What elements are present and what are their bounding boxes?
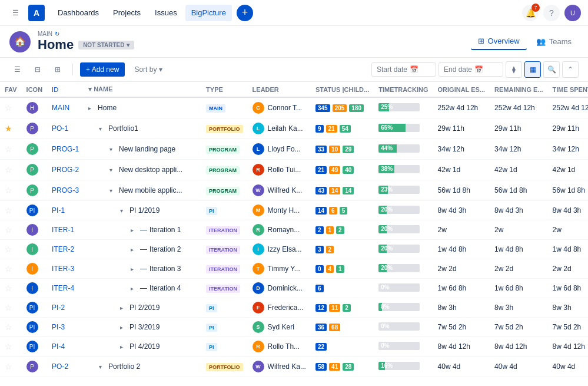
col-id[interactable]: ID [47, 82, 84, 97]
col-status[interactable]: STATUS |CHILD... [311, 82, 374, 97]
row-id[interactable]: ITER-4 [47, 279, 84, 298]
teams-view-button[interactable]: 👥 Teams [529, 34, 579, 50]
col-leader[interactable]: LEADER [248, 82, 311, 97]
nav-issues[interactable]: Issues [149, 5, 183, 21]
help-button[interactable]: ? [543, 5, 560, 21]
row-time-spent: 8w 3h [548, 298, 588, 318]
leader-avatar: W [253, 361, 264, 372]
favorite-icon[interactable]: ☆ [5, 144, 12, 154]
col-type[interactable]: TYPE [201, 82, 248, 97]
row-id[interactable]: ITER-1 [47, 220, 84, 240]
search-button[interactable]: 🔍 [543, 61, 560, 78]
favorite-icon[interactable]: ☆ [5, 206, 12, 215]
expand-icon[interactable]: ▸ [120, 344, 127, 350]
col-timetracking[interactable]: TIMETRACKING [374, 82, 433, 97]
row-type: PROGRAM [201, 139, 248, 160]
expand-icon[interactable]: ▸ [131, 285, 138, 292]
progress-bar: 44% [378, 144, 420, 153]
expand-icon[interactable]: ▸ [88, 105, 95, 111]
table-header-row: FAV ICON ID ▾ NAME TYPE LEADER STATUS |C… [0, 82, 588, 97]
col-spent[interactable]: TIME SPENT [548, 82, 588, 97]
row-id[interactable]: ITER-2 [47, 240, 84, 259]
row-id[interactable]: MAIN [47, 97, 84, 118]
row-id[interactable]: PROG-1 [47, 139, 84, 160]
row-type: MAIN [201, 97, 248, 118]
row-id[interactable]: PROG-2 [47, 160, 84, 180]
status-badge[interactable]: NOT STARTED ▾ [78, 41, 134, 50]
expand-icon[interactable]: ▾ [99, 126, 106, 132]
expand-icon[interactable]: ▾ [99, 364, 106, 370]
expand-icon[interactable]: ▾ [109, 146, 117, 153]
end-date-input[interactable]: End date 📅 [438, 62, 503, 77]
expand-icon[interactable]: ▸ [131, 227, 138, 233]
favorite-icon[interactable]: ☆ [5, 186, 12, 195]
favorite-icon[interactable]: ☆ [5, 165, 12, 174]
row-remaining-estimate: 8w 4d 3h [490, 201, 548, 220]
calendar-view-button[interactable]: ▦ [524, 61, 541, 78]
row-id[interactable]: PROG-4 [47, 377, 84, 381]
row-name-text: Portfolio 2 [108, 362, 140, 371]
favorite-icon[interactable]: ☆ [5, 225, 12, 235]
progress-bar: 0% [378, 322, 420, 331]
view-table-button[interactable]: ⊟ [30, 63, 45, 76]
row-timetracking: 38% [374, 160, 433, 180]
sort-by-button[interactable]: Sort by ▾ [129, 63, 167, 76]
expand-icon[interactable]: ▸ [131, 266, 138, 272]
expand-icon[interactable]: ▾ [109, 187, 117, 194]
nav-projects[interactable]: Projects [107, 5, 147, 21]
favorite-icon[interactable]: ☆ [5, 103, 12, 113]
row-original-estimate: 8w 4d 3h [433, 201, 490, 220]
create-button[interactable]: + [237, 5, 253, 21]
expand-icon[interactable]: ▸ [120, 324, 127, 331]
row-id[interactable]: PI-3 [47, 318, 84, 337]
expand-icon[interactable]: ▸ [120, 305, 127, 311]
page-title: Home NOT STARTED ▾ [38, 37, 134, 52]
favorite-icon[interactable]: ☆ [5, 264, 12, 273]
user-avatar[interactable]: U [564, 5, 581, 21]
status-num: 21 [326, 125, 337, 133]
favorite-icon[interactable]: ☆ [5, 342, 12, 351]
col-name[interactable]: ▾ NAME [84, 82, 201, 97]
row-id[interactable]: PO-1 [47, 118, 84, 139]
row-id[interactable]: ITER-3 [47, 259, 84, 279]
row-id[interactable]: PI-4 [47, 337, 84, 357]
expand-icon[interactable]: ▾ [109, 167, 117, 173]
favorite-icon[interactable]: ☆ [5, 283, 12, 293]
expand-icon[interactable]: ▸ [131, 246, 138, 253]
collapse-button[interactable]: ⌃ [562, 61, 579, 78]
row-id[interactable]: PROG-3 [47, 180, 84, 201]
hamburger-menu[interactable]: ☰ [7, 5, 24, 21]
row-id[interactable]: PO-2 [47, 357, 84, 377]
favorite-icon[interactable]: ☆ [5, 322, 12, 332]
status-num: 2 [326, 246, 334, 253]
status-num: 1 [326, 226, 334, 234]
row-leader: MMonty Ha... [248, 377, 311, 381]
row-status: 214940 [311, 160, 374, 180]
nav-dashboards[interactable]: Dashboards [52, 5, 105, 21]
favorite-icon[interactable]: ☆ [5, 245, 12, 254]
favorite-icon[interactable]: ★ [5, 124, 12, 133]
progress-label: 8% [381, 303, 389, 311]
overview-view-button[interactable]: ⊞ Overview [471, 33, 527, 50]
nav-bigpicture[interactable]: BigPicture [185, 5, 232, 21]
status-num: 36 [315, 324, 327, 331]
col-original[interactable]: ORIGINAL ES... [433, 82, 490, 97]
view-grid-button[interactable]: ⊞ [50, 63, 65, 76]
col-remaining[interactable]: REMAINING E... [490, 82, 548, 97]
row-id[interactable]: PI-1 [47, 201, 84, 220]
favorite-icon[interactable]: ☆ [5, 303, 12, 312]
expand-icon[interactable]: ▾ [120, 207, 127, 214]
notifications-button[interactable]: 🔔 7 [522, 5, 539, 21]
add-new-button[interactable]: + Add new [80, 62, 125, 77]
nav-links: Dashboards Projects Issues BigPicture + [52, 5, 253, 21]
row-id[interactable]: PI-2 [47, 298, 84, 318]
status-num: 2 [343, 304, 351, 312]
row-name: ▾New mobile applic... [84, 180, 201, 201]
filter-button[interactable]: ⧫ [506, 61, 522, 78]
view-list-button[interactable]: ☰ [9, 63, 25, 76]
start-date-input[interactable]: Start date 📅 [371, 62, 436, 77]
row-remaining-estimate: 42w 1d [490, 160, 548, 180]
favorite-icon[interactable]: ☆ [5, 362, 12, 371]
row-leader: RRomayn... [248, 220, 311, 240]
row-icon: I [26, 224, 38, 236]
